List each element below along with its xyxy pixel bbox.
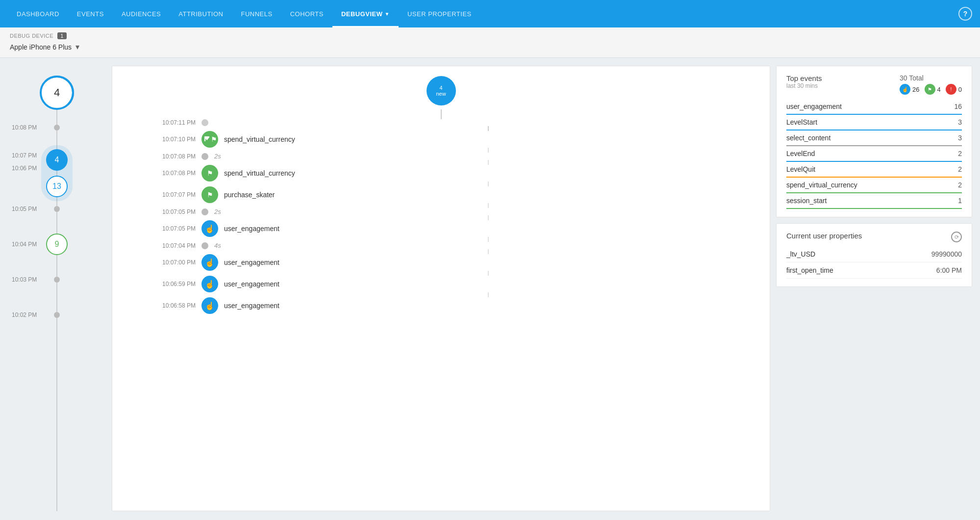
user-properties-title: Current user properties: [786, 232, 862, 240]
event-ts-7: 10:06:58 PM: [142, 302, 196, 309]
event-name-6: user_engagement: [224, 280, 279, 288]
event-icon-4: ☝: [201, 220, 218, 237]
time-dot-1008: [54, 125, 60, 130]
event-ts-5: 10:07:00 PM: [142, 259, 196, 266]
top-events-title-group: Top events last 30 mins: [786, 74, 822, 95]
nav-item-user-properties[interactable]: USER PROPERTIES: [399, 0, 480, 27]
time-dot-1002: [54, 312, 60, 318]
nav-item-audiences[interactable]: AUDIENCES: [113, 0, 170, 27]
right-panel: Top events last 30 mins 30 Total ☝ 26: [776, 66, 972, 511]
event-row-2[interactable]: 10:07:08 PM ⚑ spend_virtual_currency: [112, 165, 770, 182]
event-dot-gap1: [201, 153, 208, 160]
svg-rect-0: [204, 136, 205, 141]
event-icon-6: ☝: [201, 276, 218, 292]
user-properties-card: Current user properties ⟳ _ltv_USD 99990…: [776, 223, 972, 287]
user-properties-list: _ltv_USD 99990000 first_open_time 6:00 P…: [786, 246, 962, 279]
event-counts: ☝ 26 ⚑ 4 !: [900, 84, 962, 95]
event-row-6[interactable]: 10:06:59 PM ☝ user_engagement: [112, 276, 770, 292]
event-row-connector: 10:07:11 PM: [112, 119, 770, 126]
event-ts-gap1: 10:07:08 PM: [142, 153, 196, 160]
toolbar: DEBUG DEVICE 1 Apple iPhone 6 Plus ▾: [0, 27, 980, 58]
connector-line-top: [441, 109, 442, 119]
nav-item-debugview[interactable]: DEBUGVIEW ▼: [332, 0, 399, 27]
debug-device-label: DEBUG DEVICE 1: [10, 32, 970, 39]
spacer-1: [488, 126, 489, 131]
device-name: Apple iPhone 6 Plus: [10, 43, 72, 51]
top-event-row-2[interactable]: select_content 3: [786, 130, 962, 146]
event-row-4[interactable]: 10:07:05 PM ☝ user_engagement: [112, 220, 770, 237]
event-dot-gap3: [201, 242, 208, 249]
event-icon-7: ☝: [201, 297, 218, 314]
time-label-1006: 10:06 PM: [8, 165, 106, 172]
event-dot-connector: [201, 119, 208, 126]
time-label-1007: 10:07 PM: [12, 152, 37, 159]
nav-item-cohorts[interactable]: COHORTS: [281, 0, 332, 27]
prop-row-0[interactable]: _ltv_USD 99990000: [786, 246, 962, 262]
nav-item-events[interactable]: EVENTS: [68, 0, 113, 27]
event-icon-3: ⚑: [201, 186, 218, 203]
event-name-2: spend_virtual_currency: [224, 169, 295, 177]
event-ts-3: 10:07:07 PM: [142, 191, 196, 198]
top-event-row-3[interactable]: LevelEnd 2: [786, 146, 962, 162]
nav-item-attribution[interactable]: ATTRIBUTION: [170, 0, 232, 27]
timeline-top-count: 4: [40, 76, 74, 110]
bubble-1004: 9: [46, 234, 68, 255]
event-ts-4: 10:07:05 PM: [142, 225, 196, 232]
history-icon[interactable]: ⟳: [951, 232, 962, 242]
event-ts-gap3: 10:07:04 PM: [142, 242, 196, 249]
device-dropdown-arrow: ▾: [75, 42, 79, 52]
event-row-5[interactable]: 10:07:00 PM ☝ user_engagement: [112, 254, 770, 271]
event-icon-2: ⚑: [201, 165, 218, 182]
event-gap1: 2s: [214, 153, 221, 160]
help-button[interactable]: ?: [958, 7, 972, 21]
nav-item-funnels[interactable]: FUNNELS: [232, 0, 281, 27]
debug-device-badge: 1: [57, 32, 67, 39]
center-panel-inner: 4 new 10:07:11 PM 10:07:10 PM ⚑ spend_vi…: [112, 66, 770, 324]
event-row-gap3: 10:07:04 PM 4s: [112, 242, 770, 249]
left-timeline: 4 10:08 PM 10:07 PM 4 13 10:06 PM: [8, 66, 106, 511]
nav-bar: DASHBOARD EVENTS AUDIENCES ATTRIBUTION F…: [0, 0, 980, 27]
time-label-1008: 10:08 PM: [12, 124, 37, 131]
main-layout: 4 10:08 PM 10:07 PM 4 13 10:06 PM: [0, 58, 980, 519]
top-events-right: 30 Total ☝ 26 ⚑ 4: [900, 74, 962, 95]
nav-item-dashboard[interactable]: DASHBOARD: [8, 0, 68, 27]
count-blue: ☝ 26: [900, 84, 919, 95]
device-selector[interactable]: Apple iPhone 6 Plus ▾: [10, 42, 970, 52]
event-name-5: user_engagement: [224, 259, 279, 266]
event-name-7: user_engagement: [224, 302, 279, 310]
event-ts-1: 10:07:10 PM: [142, 136, 196, 143]
event-name-3: purchase_skater: [224, 191, 275, 199]
event-new-bubble: 4 new: [427, 76, 456, 105]
time-label-1003: 10:03 PM: [12, 276, 37, 283]
event-row-3[interactable]: 10:07:07 PM ⚑ purchase_skater: [112, 186, 770, 203]
center-panel[interactable]: 4 new 10:07:11 PM 10:07:10 PM ⚑ spend_vi…: [112, 66, 770, 511]
count-red: ! 0: [946, 84, 962, 95]
time-label-1005: 10:05 PM: [12, 206, 37, 212]
top-event-row-1[interactable]: LevelStart 3: [786, 115, 962, 130]
event-icon-1: ⚑: [201, 131, 218, 148]
event-ts-connector: 10:07:11 PM: [142, 119, 196, 126]
top-events-total: 30 Total: [900, 74, 962, 82]
top-event-row-5[interactable]: spend_virtual_currency 2: [786, 178, 962, 193]
debugview-dropdown-arrow: ▼: [385, 11, 390, 17]
spacer-2: [488, 148, 489, 153]
user-properties-header: Current user properties ⟳: [786, 232, 962, 242]
top-event-row-4[interactable]: LevelQuit 2: [786, 162, 962, 178]
time-label-1002: 10:02 PM: [12, 312, 37, 318]
event-row-gap1: 10:07:08 PM 2s: [112, 153, 770, 160]
event-gap3: 4s: [214, 242, 221, 249]
count-green: ⚑ 4: [925, 84, 941, 95]
top-events-title: Top events: [786, 74, 822, 82]
badge-blue: ☝: [900, 84, 910, 95]
top-event-row-6[interactable]: session_start 1: [786, 193, 962, 209]
event-row-1[interactable]: 10:07:10 PM ⚑ spend_virtual_currency: [112, 131, 770, 148]
event-row-7[interactable]: 10:06:58 PM ☝ user_engagement: [112, 297, 770, 314]
top-events-subtitle: last 30 mins: [786, 82, 822, 89]
event-gap2: 2s: [214, 208, 221, 215]
prop-row-1[interactable]: first_open_time 6:00 PM: [786, 262, 962, 279]
top-events-card: Top events last 30 mins 30 Total ☝ 26: [776, 66, 972, 217]
event-name-4: user_engagement: [224, 225, 279, 233]
top-event-row-0[interactable]: user_engagement 16: [786, 99, 962, 115]
top-event-list: user_engagement 16 LevelStart 3 select_c…: [786, 99, 962, 209]
event-dot-gap2: [201, 208, 208, 215]
